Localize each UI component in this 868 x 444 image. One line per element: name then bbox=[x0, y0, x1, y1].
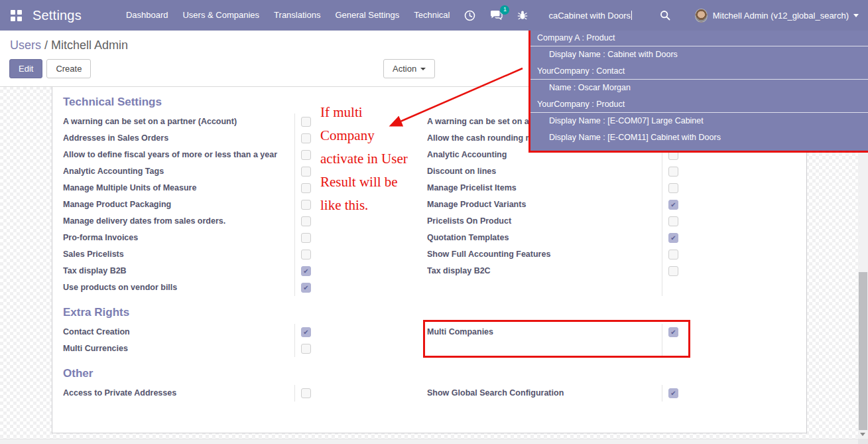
user-menu-caret-icon[interactable] bbox=[853, 14, 859, 17]
setting-label: Multi Companies bbox=[427, 324, 662, 340]
checkbox-checked[interactable]: ✔ bbox=[668, 388, 678, 398]
horizontal-scrollbar[interactable] bbox=[0, 439, 868, 444]
setting-label bbox=[427, 340, 662, 357]
checkbox-checked[interactable]: ✔ bbox=[668, 327, 678, 337]
setting-label: Pricelists On Product bbox=[427, 213, 662, 230]
activities-clock-icon[interactable] bbox=[464, 10, 475, 21]
messages-count-badge: 1 bbox=[500, 5, 509, 15]
setting-label: Show Full Accounting Features bbox=[427, 246, 662, 263]
settings-row: Manage Product PackagingManage Product V… bbox=[63, 196, 806, 213]
search-result-item[interactable]: Display Name : [E-COM11] Cabinet with Do… bbox=[530, 129, 868, 146]
apps-menu-icon[interactable] bbox=[11, 10, 22, 21]
checkbox-unchecked[interactable] bbox=[668, 250, 678, 259]
search-result-item[interactable]: Display Name : [E-COM07] Large Cabinet bbox=[530, 113, 868, 129]
section-title: Extra Rights bbox=[63, 305, 806, 320]
checkbox-unchecked[interactable] bbox=[301, 167, 311, 177]
setting-label: Tax display B2B bbox=[63, 263, 295, 279]
breadcrumb: Users / Mitchell Admin bbox=[10, 38, 128, 52]
setting-label: Multi Currencies bbox=[63, 340, 295, 357]
search-dropdown: Company A : ProductDisplay Name : Cabine… bbox=[530, 26, 868, 152]
checkbox-checked[interactable]: ✔ bbox=[668, 233, 678, 243]
nav-item-general-settings[interactable]: General Settings bbox=[328, 0, 406, 31]
setting-label: Allow to define fiscal years of more or … bbox=[63, 147, 295, 163]
edit-button[interactable]: Edit bbox=[9, 59, 42, 78]
checkbox-unchecked[interactable] bbox=[301, 183, 311, 193]
search-result-item[interactable]: Display Name : Cabinet with Doors bbox=[530, 46, 868, 63]
checkbox-unchecked[interactable] bbox=[668, 167, 678, 177]
checkbox-checked[interactable]: ✔ bbox=[668, 200, 678, 210]
setting-label: Analytic Accounting Tags bbox=[63, 163, 295, 180]
nav-item-technical[interactable]: Technical bbox=[406, 0, 457, 31]
checkbox-unchecked[interactable] bbox=[668, 183, 678, 193]
settings-row: Contact Creation✔Multi Companies✔ bbox=[63, 324, 806, 340]
setting-label: Pro-forma Invoices bbox=[63, 230, 295, 246]
checkbox-checked[interactable]: ✔ bbox=[301, 266, 311, 276]
checkbox-unchecked[interactable] bbox=[301, 344, 311, 354]
setting-label: Quotation Templates bbox=[427, 230, 662, 246]
app-title[interactable]: Settings bbox=[32, 8, 82, 23]
messages-icon[interactable]: 1 bbox=[490, 10, 503, 21]
checkbox-unchecked[interactable] bbox=[301, 216, 311, 226]
checkbox-checked[interactable]: ✔ bbox=[301, 283, 311, 293]
setting-label: Use products on vendor bills bbox=[63, 279, 295, 296]
search-dropdown-list: Company A : ProductDisplay Name : Cabine… bbox=[530, 30, 868, 146]
checkbox-unchecked[interactable] bbox=[301, 117, 311, 127]
setting-label: Show Global Search Configuration bbox=[427, 385, 662, 402]
checkbox-unchecked[interactable] bbox=[301, 233, 311, 243]
settings-row: Manage delivery dates from sales orders.… bbox=[63, 213, 806, 230]
settings-section-extra-rights: Extra RightsContact Creation✔Multi Compa… bbox=[63, 305, 806, 357]
create-button[interactable]: Create bbox=[46, 59, 91, 78]
bug-icon[interactable] bbox=[517, 10, 528, 21]
breadcrumb-current: Mitchell Admin bbox=[51, 38, 128, 52]
scrollbar-down-arrow-icon[interactable] bbox=[860, 433, 865, 436]
action-dropdown-button[interactable]: Action bbox=[383, 59, 435, 78]
scrollbar-thumb[interactable] bbox=[859, 272, 867, 430]
setting-label: Contact Creation bbox=[63, 324, 295, 340]
search-result-group-header[interactable]: YourCompany : Product bbox=[530, 96, 868, 113]
settings-row: Access to Private AddressesShow Global S… bbox=[63, 385, 806, 402]
setting-label: Discount on lines bbox=[427, 163, 662, 180]
settings-row: Sales PricelistsShow Full Accounting Fea… bbox=[63, 246, 806, 263]
setting-label: Tax display B2C bbox=[427, 263, 662, 279]
section-title: Other bbox=[63, 366, 806, 381]
search-result-group-header[interactable]: Company A : Product bbox=[530, 30, 868, 46]
search-result-group-header[interactable]: YourCompany : Contact bbox=[530, 63, 868, 80]
setting-label: Manage delivery dates from sales orders. bbox=[63, 213, 295, 230]
top-navbar: Settings DashboardUsers & CompaniesTrans… bbox=[0, 0, 868, 31]
setting-label: Access to Private Addresses bbox=[63, 385, 295, 402]
scrollbar-corner bbox=[858, 439, 868, 444]
nav-item-translations[interactable]: Translations bbox=[267, 0, 328, 31]
search-icon[interactable] bbox=[660, 10, 670, 21]
setting-label: Manage Pricelist Items bbox=[427, 180, 662, 196]
caret-down-icon bbox=[420, 68, 426, 70]
settings-row: Multi Currencies bbox=[63, 340, 806, 357]
settings-row: Use products on vendor bills✔ bbox=[63, 279, 806, 296]
settings-row: Analytic Accounting TagsDiscount on line… bbox=[63, 163, 806, 180]
checkbox-unchecked[interactable] bbox=[301, 133, 311, 143]
settings-section-other: OtherAccess to Private AddressesShow Glo… bbox=[63, 366, 806, 402]
setting-label: Addresses in Sales Orders bbox=[63, 130, 295, 147]
nav-item-dashboard[interactable]: Dashboard bbox=[119, 0, 176, 31]
settings-row: Pro-forma InvoicesQuotation Templates✔ bbox=[63, 230, 806, 246]
breadcrumb-users-link[interactable]: Users bbox=[10, 38, 41, 52]
setting-label: Sales Pricelists bbox=[63, 246, 295, 263]
checkbox-unchecked[interactable] bbox=[301, 200, 311, 210]
nav-item-users-companies[interactable]: Users & Companies bbox=[175, 0, 267, 31]
checkbox-unchecked[interactable] bbox=[301, 388, 311, 398]
user-menu[interactable]: Mitchell Admin (v12_global_search) bbox=[713, 11, 849, 21]
checkbox-unchecked[interactable] bbox=[301, 150, 311, 160]
settings-row: Manage Multiple Units of MeasureManage P… bbox=[63, 180, 806, 196]
setting-label: Manage Product Variants bbox=[427, 196, 662, 213]
checkbox-unchecked[interactable] bbox=[668, 266, 678, 276]
setting-label: A warning can be set on a partner (Accou… bbox=[63, 113, 295, 130]
user-avatar[interactable] bbox=[695, 9, 707, 23]
checkbox-unchecked[interactable] bbox=[668, 216, 678, 226]
search-result-item[interactable]: Name : Oscar Morgan bbox=[530, 80, 868, 96]
setting-label: Manage Product Packaging bbox=[63, 196, 295, 213]
setting-label: Manage Multiple Units of Measure bbox=[63, 180, 295, 196]
settings-row: Tax display B2B✔Tax display B2C bbox=[63, 263, 806, 279]
checkbox-checked[interactable]: ✔ bbox=[301, 327, 311, 337]
global-search-input[interactable]: caCabinet with Doors bbox=[548, 11, 652, 21]
setting-label bbox=[427, 279, 662, 296]
checkbox-unchecked[interactable] bbox=[301, 250, 311, 259]
